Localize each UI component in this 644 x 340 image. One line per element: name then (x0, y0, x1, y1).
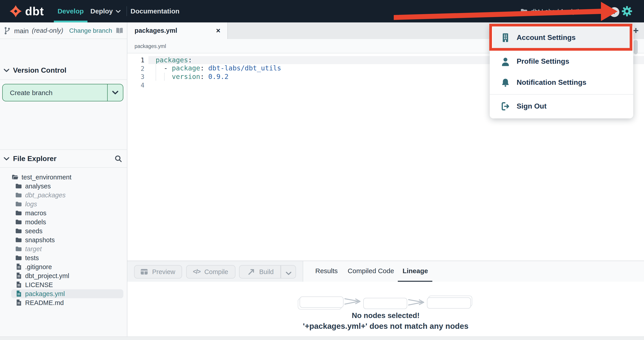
branch-name: main (14, 27, 29, 34)
line-number: 1 (127, 56, 148, 64)
sign-out-icon (500, 101, 511, 112)
person-icon (500, 56, 511, 67)
folder-icon (15, 255, 22, 260)
branch-row: main (read-only) Change branch (0, 22, 127, 39)
create-branch-label: Create branch (3, 88, 107, 96)
tree-item-folder[interactable]: models (0, 217, 127, 226)
file-icon (15, 290, 22, 297)
folder-icon (15, 183, 22, 189)
help-button[interactable]: ? (610, 7, 619, 17)
menu-item-sign-out[interactable]: Sign Out (490, 97, 633, 115)
top-navbar: dbt Develop Deploy Documentation dbt Lab… (0, 0, 644, 22)
search-icon[interactable] (115, 155, 122, 162)
tree-item-folder[interactable]: target (0, 244, 127, 253)
tree-item-file[interactable]: LICENSE (0, 280, 127, 289)
sidebar: main (read-only) Change branch Version C… (0, 22, 127, 340)
tree-item-folder[interactable]: seeds (0, 226, 127, 235)
tree-item-file[interactable]: .gitignore (0, 262, 127, 271)
git-branch-icon (4, 26, 10, 35)
tab-results[interactable]: Results (314, 260, 339, 281)
indent-guide (164, 72, 164, 81)
nav-divider (126, 6, 127, 16)
folder-icon (15, 228, 22, 234)
line-number: 2 (127, 65, 148, 72)
split-divider (280, 266, 281, 278)
bottom-scroll-strip[interactable] (0, 336, 644, 340)
file-icon (15, 281, 22, 288)
lineage-empty-subtitle: '+packages.yml+' does not match any node… (127, 322, 644, 331)
tree-item-folder[interactable]: dbt_packages (0, 190, 127, 200)
editor-scrollbar[interactable] (634, 40, 638, 54)
tab-packages-yml[interactable]: packages.yml ✕ (127, 22, 228, 39)
tab-label: packages.yml (134, 22, 177, 39)
tree-item-folder[interactable]: analyses (0, 182, 127, 190)
nav-develop[interactable]: Develop (54, 0, 88, 22)
brand-text: dbt (25, 0, 44, 22)
tree-item-file-selected[interactable]: packages.yml (0, 289, 127, 298)
menu-item-profile-settings[interactable]: Profile Settings (490, 52, 633, 70)
tree-item-file[interactable]: dbt_project.yml (0, 271, 127, 280)
compile-button[interactable]: </> Compile (186, 265, 235, 278)
gear-icon[interactable] (622, 6, 632, 16)
menu-item-label: Profile Settings (517, 58, 569, 66)
chevron-down-icon (116, 10, 120, 13)
build-arrow-icon (247, 268, 255, 276)
close-icon[interactable]: ✕ (216, 22, 221, 39)
create-branch-button[interactable]: Create branch (2, 84, 123, 101)
nav-documentation[interactable]: Documentation (130, 0, 173, 22)
chevron-down-icon[interactable] (286, 270, 292, 277)
menu-item-notification-settings[interactable]: Notification Settings (490, 74, 633, 92)
chevron-down-icon (4, 157, 10, 160)
menu-item-label: Sign Out (517, 102, 546, 110)
dbt-logo-icon[interactable] (10, 5, 22, 18)
tree-item-folder[interactable]: logs (0, 200, 127, 208)
tab-compiled-code[interactable]: Compiled Code (347, 260, 395, 281)
file-tree: test_environment analyses dbt_packages l… (0, 168, 127, 307)
build-button[interactable]: Build (239, 265, 296, 278)
indent-guide (156, 64, 156, 81)
line-number: 3 (127, 73, 148, 80)
folder-icon (15, 210, 22, 216)
folder-icon (15, 201, 22, 207)
version-control-title: Version Control (13, 66, 66, 74)
building-icon (500, 32, 511, 43)
lineage-empty-title: No nodes selected! (127, 311, 644, 320)
tab-lineage[interactable]: Lineage (402, 260, 429, 281)
menu-item-label: Account Settings (517, 34, 576, 42)
menu-item-label: Notification Settings (517, 78, 586, 86)
folder-open-icon (12, 174, 18, 180)
tree-item-folder[interactable]: test_environment (0, 172, 127, 182)
table-icon (140, 269, 148, 275)
chevron-down-icon (4, 69, 10, 72)
tree-item-folder[interactable]: macros (0, 208, 127, 217)
action-buttons-zone: Preview </> Compile Build (127, 261, 303, 282)
file-icon (15, 272, 22, 279)
version-control-header[interactable]: Version Control (0, 62, 127, 80)
folder-icon (15, 219, 22, 225)
folder-icon (15, 237, 22, 243)
preview-button[interactable]: Preview (134, 265, 182, 278)
change-branch-link[interactable]: Change branch (69, 27, 112, 34)
chevron-down-icon[interactable] (108, 90, 123, 94)
tree-item-file[interactable]: README.md (0, 298, 127, 307)
account-context[interactable]: dbt Labs / Analytics (520, 0, 585, 22)
tree-item-folder[interactable]: snapshots (0, 235, 127, 244)
menu-item-account-settings[interactable]: Account Settings (490, 27, 633, 48)
file-icon (15, 299, 22, 306)
branch-mode: (read-only) (32, 27, 63, 34)
nav-deploy[interactable]: Deploy (89, 0, 122, 22)
new-tab-button[interactable]: + (633, 22, 638, 38)
folder-icon (15, 246, 22, 252)
file-icon (15, 263, 22, 270)
file-explorer-title: File Explorer (13, 154, 56, 162)
file-explorer-header[interactable]: File Explorer (0, 149, 127, 168)
docs-book-icon[interactable] (116, 27, 123, 34)
folder-icon (15, 192, 22, 198)
account-label: dbt Labs / Analytics (531, 8, 585, 15)
dbt-cloud-ide: dbt Develop Deploy Documentation dbt Lab… (0, 0, 644, 340)
folder-icon (520, 8, 528, 14)
breadcrumb: packages.yml (134, 39, 166, 54)
menu-divider (490, 94, 633, 95)
tree-item-folder[interactable]: tests (0, 253, 127, 262)
bell-icon (500, 77, 511, 88)
